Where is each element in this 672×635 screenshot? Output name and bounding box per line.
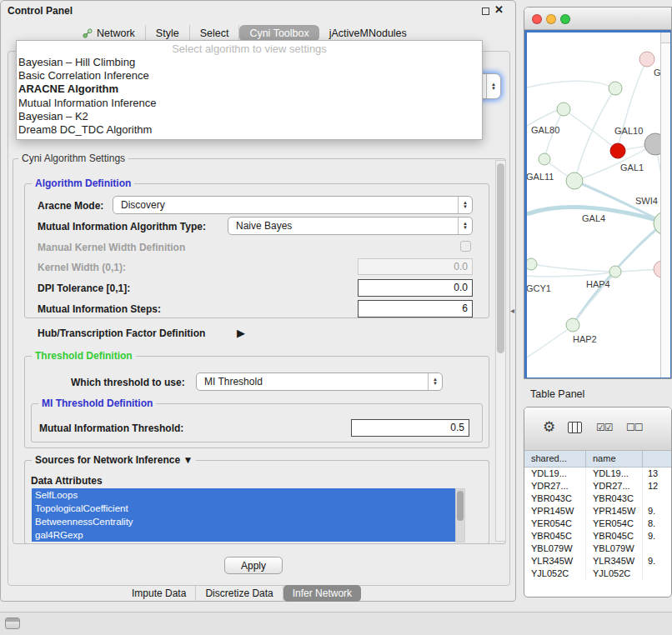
collapse-triangle-icon[interactable]: ▶ [237, 327, 245, 339]
gene-node-selected[interactable] [610, 143, 625, 158]
table-row[interactable]: YDL19...YDL19...13 [524, 468, 671, 480]
tab-label: Cyni Toolbox [249, 28, 308, 39]
dropdown-item[interactable]: Basic Correlation Inference [17, 69, 482, 82]
tab-select[interactable]: Select [190, 25, 240, 42]
attribute-list-scrollbar-thumb[interactable] [457, 491, 464, 521]
combo-arrows-icon: ▲▼ [458, 218, 472, 234]
control-panel-title: Control Panel [8, 5, 73, 17]
desktop: Control Panel ✕ Network Style Select Cyn… [0, 0, 672, 635]
column-header-3[interactable] [643, 451, 671, 467]
apply-button[interactable]: Apply [224, 557, 283, 574]
tab-cyni-toolbox[interactable]: Cyni Toolbox [239, 25, 318, 42]
network-canvas[interactable]: GAL80 GAL10 GAL11 GAL1 SWI4 GAL4 GCY1 HA… [524, 30, 672, 379]
hub-section-label[interactable]: Hub/Transcription Factor Definition [38, 328, 205, 339]
gene-node[interactable] [557, 102, 570, 116]
tab-network[interactable]: Network [73, 25, 146, 42]
dropdown-item[interactable]: Bayesian – K2 [17, 110, 482, 123]
column-header-name[interactable]: name [586, 451, 643, 467]
table-header: shared... name [524, 451, 671, 468]
kernel-width-field[interactable]: 0.0 [358, 258, 473, 275]
close-icon[interactable]: ✕ [494, 5, 504, 15]
network-graph[interactable]: GAL80 GAL10 GAL11 GAL1 SWI4 GAL4 GCY1 HA… [527, 32, 670, 378]
mi-type-combobox[interactable]: Naive Bayes ▲▼ [228, 217, 473, 235]
column-header-shared-name[interactable]: shared... [524, 451, 586, 467]
attribute-list[interactable]: SelfLoops TopologicalCoefficient Between… [32, 488, 455, 542]
column-browser-icon[interactable] [568, 422, 582, 433]
table-row[interactable]: YBR043CYBR043C [524, 492, 671, 505]
tab-discretize-data[interactable]: Discretize Data [196, 585, 283, 602]
dropdown-item[interactable]: Mutual Information Inference [17, 97, 482, 110]
gene-node[interactable] [609, 82, 622, 95]
expand-triangle-icon: ▼ [183, 454, 193, 466]
list-item[interactable]: gal4RGexp [32, 528, 455, 542]
table-row[interactable]: YER054CYER054C8. [524, 518, 671, 530]
network-edges [527, 59, 665, 358]
splitter-collapse-icon[interactable]: ◂ [510, 306, 514, 315]
network-window-titlebar[interactable] [524, 8, 671, 30]
kernel-width-label: Kernel Width (0,1): [38, 262, 126, 273]
tab-jactivemodules[interactable]: jActiveMNodules [319, 25, 417, 42]
mi-steps-field[interactable]: 6 [358, 300, 473, 318]
attribute-list-scrollbar[interactable] [455, 488, 465, 542]
table-row[interactable]: YDR27...YDR27...12 [524, 480, 671, 492]
gene-node[interactable] [566, 172, 583, 189]
float-window-icon[interactable] [482, 8, 489, 15]
table-panel-window: ⚙ ☑☑ ☐☐ shared... name YDL19...YDL19...1… [524, 407, 672, 598]
manual-kernel-checkbox[interactable] [460, 241, 471, 252]
list-item[interactable]: SelfLoops [32, 488, 455, 502]
control-panel-window: Control Panel ✕ Network Style Select Cyn… [0, 0, 516, 602]
minimize-traffic-light-icon[interactable] [546, 14, 556, 24]
cell: 9. [643, 505, 671, 518]
mi-type-label: Mutual Information Algorithm Type: [38, 221, 206, 232]
network-vertical-scrollbar[interactable] [660, 32, 670, 378]
aracne-mode-combobox[interactable]: Discovery ▲▼ [113, 196, 473, 214]
mi-threshold-field[interactable]: 0.5 [351, 419, 469, 437]
settings-scrollbar[interactable] [495, 160, 506, 542]
table-row[interactable]: YBR045CYBR045C9. [524, 530, 671, 542]
dpi-tolerance-field[interactable]: 0.0 [358, 279, 473, 297]
dropdown-item[interactable]: Bayesian – Hill Climbing [17, 56, 482, 69]
scroll-up-button[interactable] [661, 32, 670, 43]
cell [643, 492, 671, 505]
gene-node[interactable] [566, 318, 579, 332]
table-row[interactable]: YLR345WYLR345W9. [524, 555, 671, 568]
select-all-icon[interactable]: ☑☑ [596, 422, 613, 433]
tab-style[interactable]: Style [146, 25, 190, 42]
cell: YBR043C [586, 492, 643, 505]
table-toolbar: ⚙ ☑☑ ☐☐ [524, 408, 671, 451]
table-row[interactable]: YBL079WYBL079W [524, 542, 671, 555]
node-label: HAP2 [573, 334, 597, 344]
which-threshold-combobox[interactable]: MI Threshold ▲▼ [196, 372, 443, 391]
list-item[interactable]: BetweennessCentrality [32, 515, 455, 528]
gene-node[interactable] [527, 258, 537, 270]
gene-node[interactable] [609, 266, 621, 278]
dropdown-item[interactable]: Dream8 DC_TDC Algorithm [17, 123, 482, 137]
cell: YDL19... [586, 468, 643, 480]
list-item[interactable]: TopologicalCoefficient [32, 502, 455, 515]
table-row[interactable]: YPR145WYPR145W9. [524, 505, 671, 518]
gear-icon[interactable]: ⚙ [543, 419, 555, 436]
settings-scrollbar-thumb[interactable] [497, 163, 504, 353]
panel-toggle-icon[interactable] [5, 618, 20, 629]
gene-node[interactable] [539, 153, 550, 165]
cell: YBR043C [524, 492, 586, 505]
sources-group-title[interactable]: Sources for Network Inference ▼ [32, 454, 196, 466]
combo-arrows-icon: ▲▼ [428, 373, 442, 390]
mi-type-value: Naive Bayes [228, 218, 458, 234]
which-threshold-value: MI Threshold [197, 373, 428, 390]
cell: YDL19... [524, 468, 586, 480]
deselect-all-icon[interactable]: ☐☐ [626, 422, 643, 433]
tab-infer-network[interactable]: Infer Network [283, 585, 361, 602]
gene-node[interactable] [639, 52, 654, 67]
dropdown-item-selected[interactable]: ARACNE Algorithm [17, 82, 482, 96]
table-row[interactable]: YJL052CYJL052C [524, 568, 671, 580]
tab-impute-data[interactable]: Impute Data [123, 585, 196, 602]
cell: YLR345W [586, 555, 643, 568]
cell: YBL079W [524, 542, 586, 555]
cell: YLR345W [524, 555, 586, 568]
close-traffic-light-icon[interactable] [532, 14, 542, 24]
mi-threshold-group-title: MI Threshold Definition [38, 398, 156, 409]
network-tab-icon [83, 28, 93, 38]
zoom-traffic-light-icon[interactable] [560, 14, 570, 24]
cell: YER054C [524, 518, 586, 530]
